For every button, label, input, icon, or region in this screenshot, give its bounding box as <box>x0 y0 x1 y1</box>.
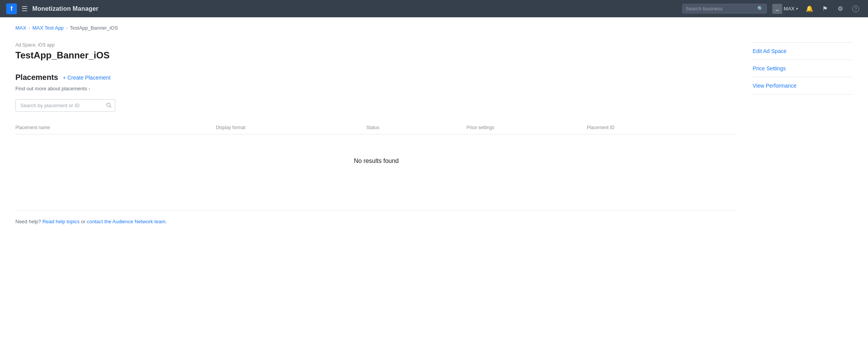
breadcrumb: MAX › MAX Test App › TestApp_Banner_iOS <box>15 25 853 31</box>
edit-ad-space-link[interactable]: Edit Ad Space <box>753 42 853 60</box>
settings-button[interactable]: ⚙ <box>834 3 846 15</box>
placements-section-title: Placements <box>15 73 58 82</box>
chevron-right-icon: › <box>88 86 90 91</box>
table-header: Placement name Display format Status Pri… <box>15 121 737 134</box>
placements-header: Placements + Create Placement <box>15 73 737 82</box>
hamburger-menu-icon[interactable]: ☰ <box>22 5 28 13</box>
or-text: or <box>81 219 87 224</box>
flag-icon: ⚑ <box>822 5 828 12</box>
col-placement-id: Placement ID <box>587 125 737 130</box>
read-help-link[interactable]: Read help topics <box>42 219 80 224</box>
sidebar-actions: Edit Ad Space Price Settings View Perfor… <box>753 42 853 224</box>
bell-icon: 🔔 <box>806 5 813 12</box>
nav-right: 🔍 MAX ▾ 🔔 ⚑ ⚙ ? <box>682 2 862 15</box>
placements-section: Placements + Create Placement Find out m… <box>15 73 737 195</box>
breadcrumb-max[interactable]: MAX <box>15 25 26 31</box>
view-performance-link[interactable]: View Performance <box>753 77 853 95</box>
notifications-button[interactable]: 🔔 <box>803 3 816 15</box>
footer-help: Need help? Read help topics or contact t… <box>15 211 737 224</box>
nav-left: f ☰ Monetization Manager <box>6 3 98 14</box>
find-out-more-link[interactable]: Find out more about placements <box>15 86 87 91</box>
business-search-icon: 🔍 <box>757 6 763 12</box>
help-button[interactable]: ? <box>850 3 862 15</box>
breadcrumb-separator-1: › <box>28 25 30 31</box>
content-area: MAX › MAX Test App › TestApp_Banner_iOS … <box>0 17 868 342</box>
placement-search-input[interactable] <box>15 99 115 112</box>
gear-icon: ⚙ <box>838 5 843 12</box>
user-dropdown-icon: ▾ <box>796 7 798 11</box>
breadcrumb-current: TestApp_Banner_iOS <box>70 25 118 31</box>
top-navigation: f ☰ Monetization Manager 🔍 MAX ▾ 🔔 ⚑ <box>0 0 868 17</box>
placements-table: Placement name Display format Status Pri… <box>15 121 737 195</box>
user-label: MAX <box>784 6 795 12</box>
business-search-input[interactable] <box>686 6 755 12</box>
col-display-format: Display format <box>216 125 366 130</box>
page-title: TestApp_Banner_iOS <box>15 50 737 61</box>
facebook-logo: f <box>6 3 17 14</box>
user-menu-button[interactable]: MAX ▾ <box>770 2 800 15</box>
period: . <box>165 219 167 224</box>
breadcrumb-separator-2: › <box>66 25 68 31</box>
find-out-more: Find out more about placements › <box>15 86 737 91</box>
help-icon: ? <box>852 5 859 12</box>
svg-rect-0 <box>774 6 780 12</box>
col-price-settings: Price settings <box>466 125 587 130</box>
no-results-message: No results found <box>15 134 737 195</box>
help-prefix-text: Need help? <box>15 219 42 224</box>
user-avatar <box>772 4 782 14</box>
app-title: Monetization Manager <box>32 5 98 12</box>
col-placement-name: Placement name <box>15 125 216 130</box>
business-search-box[interactable]: 🔍 <box>682 4 767 13</box>
col-status: Status <box>366 125 466 130</box>
breadcrumb-max-test-app[interactable]: MAX Test App <box>32 25 63 31</box>
main-layout: Ad Space, iOS app TestApp_Banner_iOS Pla… <box>15 42 853 224</box>
placement-search-container <box>15 99 115 112</box>
create-placement-link[interactable]: + Create Placement <box>63 75 110 81</box>
contact-team-link[interactable]: contact the Audience Network team <box>87 219 166 224</box>
page-header: Ad Space, iOS app TestApp_Banner_iOS <box>15 42 737 61</box>
main-content: Ad Space, iOS app TestApp_Banner_iOS Pla… <box>15 42 737 224</box>
flag-button[interactable]: ⚑ <box>819 3 831 15</box>
page-subtitle: Ad Space, iOS app <box>15 42 737 48</box>
price-settings-link[interactable]: Price Settings <box>753 60 853 77</box>
